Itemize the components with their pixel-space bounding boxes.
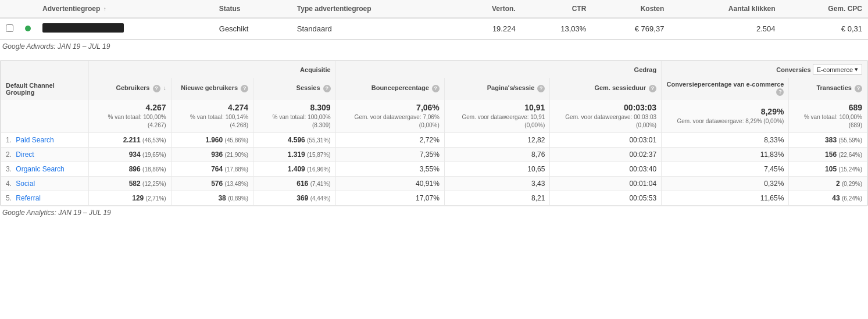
conversie-cell: 0,32% — [662, 177, 789, 191]
row-num: 1. — [6, 136, 12, 144]
table-row: 3. Organic Search 896 (18,86%) 764 (17,8… — [1, 162, 867, 177]
total-transacties: 689% van totaal: 100,00% (689) — [789, 99, 867, 133]
adwords-caption: Google Adwords: JAN 19 – JUL 19 — [0, 40, 868, 55]
total-bouncepercentage: 7,06%Gem. voor dataweergave: 7,06% (0,00… — [335, 99, 444, 133]
aantal-klikken-header: Aantal klikken — [670, 0, 781, 18]
channel-link[interactable]: Paid Search — [16, 136, 53, 144]
sort-icon: ↑ — [103, 6, 106, 12]
nieuwe-gebruikers-header: Nieuwe gebruikers ? — [171, 78, 253, 99]
acquisitie-group-header: Acquisitie — [89, 61, 336, 78]
table-row: 1. Paid Search 2.211 (46,53%) 1.960 (45,… — [1, 133, 867, 148]
type-cell: Standaard — [291, 18, 455, 40]
ecommerce-dropdown[interactable]: E-commerce ▾ — [813, 64, 862, 75]
row-num: 3. — [6, 165, 12, 173]
total-conversiepercentage: 8,29%Gem. voor dataweergave: 8,29% (0,00… — [662, 99, 789, 133]
table-row: 2. Direct 934 (19,65%) 936 (21,90%) 1.31… — [1, 148, 867, 162]
bounce-cell: 2,72% — [335, 133, 444, 148]
sessieduur-cell: 00:03:40 — [550, 162, 662, 177]
row-checkbox[interactable] — [0, 18, 19, 40]
nieuwe-gebruikers-cell: 936 (21,90%) — [171, 148, 253, 162]
transacties-label: Transacties — [816, 84, 852, 91]
channel-link[interactable]: Referral — [16, 194, 41, 202]
gebruikers-label: Gebruikers — [116, 84, 149, 91]
total-gem-sessieduur: 00:03:03Gem. voor dataweergave: 00:03:03… — [550, 99, 662, 133]
analytics-caption: Google Analytics: JAN 19 – JUL 19 — [0, 206, 868, 221]
gebruikers-help-icon: ? — [153, 85, 160, 92]
nieuwe-gebruikers-cell: 1.960 (45,86%) — [171, 133, 253, 148]
conversie-cell: 8,33% — [662, 133, 789, 148]
transacties-header: Transacties ? — [789, 78, 867, 99]
aantal-klikken-cell: 2.504 — [670, 18, 781, 40]
nieuwe-gebruikers-label: Nieuwe gebruikers — [181, 84, 238, 91]
adwords-row: Geschikt Standaard 19.224 13,03% € 769,3… — [0, 18, 868, 40]
bounce-cell: 40,91% — [335, 177, 444, 191]
conversies-group-header: Conversies E-commerce ▾ — [662, 61, 867, 78]
sort-asc-icon: ↓ — [163, 85, 166, 91]
bouncepercentage-header: Bouncepercentage ? — [335, 78, 444, 99]
checkbox-input[interactable] — [6, 24, 13, 32]
gem-sessieduur-header: Gem. sessieduur ? — [550, 78, 662, 99]
select-all-col — [0, 0, 19, 18]
advertentiegroep-col-header[interactable]: Advertentiegroep ↑ — [37, 0, 213, 18]
status-dot-green — [25, 26, 31, 31]
bounce-help-icon: ? — [432, 85, 440, 92]
label-col-header: Default Channel Grouping — [1, 61, 89, 99]
nieuwe-gebruikers-cell: 764 (17,88%) — [171, 162, 253, 177]
col-header-row: Gebruikers ? ↓ Nieuwe gebruikers ? Sessi… — [1, 78, 867, 99]
conversie-cell: 11,65% — [662, 191, 789, 206]
status-col-header — [19, 0, 37, 18]
gem-cpc-cell: € 0,31 — [781, 18, 868, 40]
sessies-cell: 369 (4,44%) — [253, 191, 336, 206]
group-header-row: Default Channel Grouping Acquisitie Gedr… — [1, 61, 867, 78]
sessies-cell: 4.596 (55,31%) — [253, 133, 336, 148]
transacties-help-icon: ? — [855, 85, 862, 92]
conversie-cell: 7,45% — [662, 162, 789, 177]
transacties-cell: 105 (15,24%) — [789, 162, 867, 177]
row-label: 3. Organic Search — [1, 162, 89, 177]
total-nieuwe-gebruikers: 4.274% van totaal: 100,14% (4.268) — [171, 99, 253, 133]
sessies-header: Sessies ? — [253, 78, 336, 99]
sessies-cell: 1.319 (15,87%) — [253, 148, 336, 162]
sessies-cell: 616 (7,41%) — [253, 177, 336, 191]
transacties-cell: 156 (22,64%) — [789, 148, 867, 162]
bouncepercentage-label: Bouncepercentage — [372, 84, 429, 91]
sessieduur-help-icon: ? — [649, 85, 656, 92]
conversies-label: Conversies — [776, 66, 810, 73]
transacties-cell: 2 (0,29%) — [789, 177, 867, 191]
row-num: 2. — [6, 150, 12, 159]
sessieduur-cell: 00:01:04 — [550, 177, 662, 191]
row-label: 1. Paid Search — [1, 133, 89, 148]
kosten-header: Kosten — [592, 0, 670, 18]
adwords-table: Advertentiegroep ↑ Status Type advertent… — [0, 0, 868, 40]
gebruikers-cell: 129 (2,71%) — [89, 191, 172, 206]
paginas-help-icon: ? — [537, 85, 545, 92]
sessieduur-cell: 00:03:01 — [550, 133, 662, 148]
chevron-down-icon: ▾ — [855, 66, 858, 73]
nieuwe-gebruikers-cell: 38 (0,89%) — [171, 191, 253, 206]
analytics-section: Default Channel Grouping Acquisitie Gedr… — [0, 60, 868, 206]
ctr-header: CTR — [521, 0, 592, 18]
gebruikers-header: Gebruikers ? ↓ — [89, 78, 172, 99]
analytics-table: Default Channel Grouping Acquisitie Gedr… — [1, 60, 867, 206]
row-label: 5. Referral — [1, 191, 89, 206]
gebruikers-cell: 934 (19,65%) — [89, 148, 172, 162]
total-sessies: 8.309% van totaal: 100,00% (8.309) — [253, 99, 336, 133]
channel-link[interactable]: Direct — [16, 150, 34, 159]
channel-link[interactable]: Social — [16, 180, 35, 188]
sessieduur-cell: 00:05:53 — [550, 191, 662, 206]
sessies-cell: 1.409 (16,96%) — [253, 162, 336, 177]
gebruikers-cell: 2.211 (46,53%) — [89, 133, 172, 148]
paginas-cell: 8,76 — [444, 148, 550, 162]
row-num: 4. — [6, 180, 12, 188]
verton-cell: 19.224 — [454, 18, 521, 40]
ecommerce-label: E-commerce — [817, 66, 853, 73]
paginas-cell: 3,43 — [444, 177, 550, 191]
conversie-cell: 11,83% — [662, 148, 789, 162]
channel-link[interactable]: Organic Search — [16, 165, 64, 173]
gedrag-group-header: Gedrag — [335, 61, 661, 78]
advertentiegroep-label: Advertentiegroep — [42, 5, 100, 13]
row-label: 4. Social — [1, 177, 89, 191]
sessies-label: Sessies — [297, 84, 320, 91]
sessieduur-cell: 00:02:37 — [550, 148, 662, 162]
name-cell — [37, 18, 213, 40]
